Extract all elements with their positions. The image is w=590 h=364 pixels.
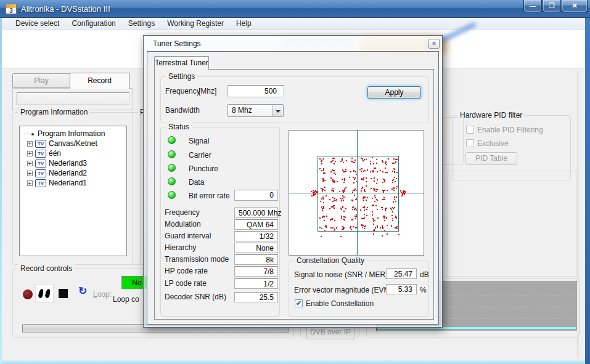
dialog-close-button[interactable]: ✕	[428, 39, 440, 49]
enable-pid-filtering-checkbox[interactable]	[466, 126, 474, 134]
exclusive-checkbox[interactable]	[466, 139, 474, 147]
constellation-dot	[323, 208, 324, 209]
pause-button[interactable]	[35, 284, 54, 303]
tree-row-channel[interactable]: TV één	[23, 148, 126, 158]
enable-constellation-checkbox[interactable]: ✔	[295, 299, 303, 307]
tree-root-label: Program Information	[38, 129, 105, 138]
constellation-dot	[403, 192, 404, 193]
constellation-dot	[323, 158, 324, 160]
apply-button[interactable]: Apply	[367, 86, 421, 99]
constellation-dot	[375, 205, 377, 206]
constellation-dot	[384, 190, 385, 191]
expand-plus-icon[interactable]	[27, 151, 33, 156]
menu-configuration[interactable]: Configuration	[65, 19, 121, 28]
pid-table-button[interactable]: PID Table	[465, 152, 517, 165]
carrier-led	[168, 150, 176, 158]
constellation-dot	[341, 200, 342, 201]
constellation-dot	[386, 164, 387, 165]
constellation-dot	[396, 186, 398, 187]
constellation-dot	[323, 216, 324, 217]
constellation-dot	[319, 168, 321, 169]
exclusive-label: Exclusive	[477, 139, 509, 148]
tree-row-channel[interactable]: TV Nederland3	[23, 158, 126, 168]
constellation-dot	[381, 207, 382, 208]
constellation-dot	[361, 168, 363, 169]
status-field-value: 1/2	[234, 278, 278, 289]
constellation-dot	[334, 172, 335, 174]
constellation-dot	[345, 187, 346, 188]
constellation-dot	[322, 210, 323, 211]
constellation-dot	[387, 233, 388, 235]
constellation-dot	[375, 227, 376, 229]
minimize-button[interactable]: —	[523, 0, 542, 12]
tv-icon: TV	[35, 169, 46, 177]
constellation-dot	[356, 174, 357, 175]
status-field-label: Guard interval	[165, 232, 211, 240]
constellation-dot	[386, 208, 387, 209]
constellation-dot	[377, 209, 378, 210]
pause-glyph-right	[44, 288, 51, 298]
tree-root-row[interactable]: Program Information	[23, 129, 126, 139]
status-field-label: Hierarchy	[165, 243, 196, 252]
tree-row-channel[interactable]: TV Nederland1	[23, 178, 126, 188]
enable-pid-filtering-label: Enable PID Filtering	[477, 126, 543, 134]
constellation-dot	[370, 161, 371, 162]
constellation-dot	[335, 161, 336, 162]
constellation-dot	[341, 217, 342, 219]
window-titlebar: 3 Alitronika - DVSstation III — ❒ ✕	[0, 0, 590, 18]
constellation-dot	[376, 183, 377, 184]
frequency-input[interactable]: 500	[227, 85, 284, 97]
chevron-down-icon[interactable]	[272, 105, 282, 116]
loop-icon[interactable]: ↻	[78, 285, 87, 297]
constellation-dot	[345, 169, 346, 170]
constellation-dot	[367, 169, 368, 171]
constellation-dot	[391, 225, 392, 227]
constellation-dot	[372, 214, 373, 216]
data-led	[168, 177, 176, 185]
tab-record[interactable]: Record	[70, 73, 129, 89]
stop-button[interactable]	[59, 289, 68, 298]
constellation-dot	[371, 188, 372, 189]
constellation-dot	[400, 190, 401, 192]
frequency-unit-label: [Mhz]	[199, 87, 216, 95]
constellation-dot	[364, 170, 366, 171]
expand-plus-icon[interactable]	[27, 161, 33, 166]
window-title: Alitronika - DVSstation III	[21, 0, 110, 18]
constellation-dot	[353, 206, 354, 208]
signal-label: Signal	[189, 137, 209, 145]
tab-play[interactable]: Play	[12, 73, 70, 88]
constellation-dot	[356, 190, 358, 191]
constellation-dot	[324, 216, 325, 217]
menu-working-register[interactable]: Working Register	[161, 19, 230, 28]
constellation-dot	[377, 179, 378, 180]
constellation-dot	[329, 199, 330, 200]
tab-terrestrial-tuner[interactable]: Terrestrial Tuner	[154, 56, 209, 70]
constellation-dot	[392, 218, 393, 219]
expand-plus-icon[interactable]	[27, 171, 33, 176]
constellation-dot	[314, 191, 316, 192]
tree-row-channel[interactable]: TV Nederland2	[23, 168, 126, 178]
constellation-dot	[374, 177, 375, 179]
constellation-dot	[393, 190, 395, 191]
constellation-dot	[362, 187, 363, 188]
expand-plus-icon[interactable]	[27, 180, 33, 186]
constellation-dot	[326, 216, 327, 217]
tree-row-channel[interactable]: TV Canvas/Ketnet	[23, 139, 126, 148]
close-button[interactable]: ✕	[562, 0, 588, 12]
constellation-dot	[332, 197, 334, 198]
bandwidth-select[interactable]: 8 Mhz	[227, 104, 284, 117]
constellation-dot	[353, 182, 354, 184]
expand-plus-icon[interactable]	[27, 141, 33, 147]
maximize-button[interactable]: ❒	[543, 0, 561, 12]
constellation-dot	[322, 180, 324, 182]
constellation-dot	[323, 198, 324, 200]
menu-device-select[interactable]: Device select	[9, 19, 65, 28]
menu-settings[interactable]: Settings	[122, 19, 161, 28]
constellation-dot	[395, 181, 396, 182]
constellation-dot	[382, 235, 383, 237]
status-field-value: 1/32	[234, 231, 278, 241]
constellation-dot	[364, 197, 365, 198]
record-button[interactable]	[23, 289, 33, 299]
menu-help[interactable]: Help	[230, 19, 258, 28]
constellation-dot	[343, 227, 345, 229]
